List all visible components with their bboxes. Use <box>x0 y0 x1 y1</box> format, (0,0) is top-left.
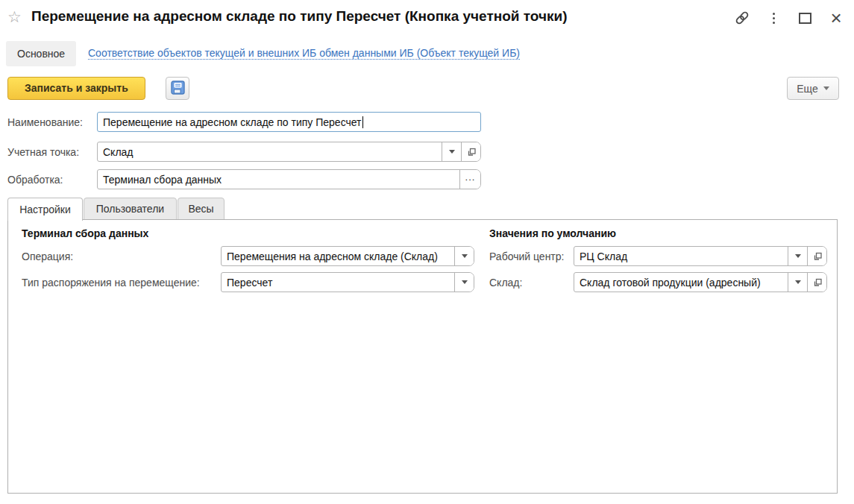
processing-input[interactable]: Терминал сбора данных ... <box>97 169 481 189</box>
more-actions-button[interactable]: Еще <box>787 77 839 100</box>
operation-combo[interactable]: Перемещения на адресном складе (Склад) <box>221 246 474 266</box>
window-controls: × <box>733 9 845 27</box>
name-input[interactable]: Перемещение на адресном складе по типу П… <box>97 112 481 132</box>
warehouse-open-button[interactable] <box>807 273 826 292</box>
accounting-point-dropdown-button[interactable] <box>442 142 461 161</box>
defaults-section-header: Значения по умолчанию <box>489 227 616 239</box>
processing-label: Обработка: <box>7 174 63 186</box>
ellipsis-icon: ... <box>465 174 476 186</box>
tab-settings-label: Настройки <box>19 204 71 215</box>
warehouse-dropdown-button[interactable] <box>788 273 807 292</box>
operation-label: Операция: <box>22 251 73 262</box>
more-menu-icon[interactable] <box>764 9 782 27</box>
accounting-point-label: Учетная точка: <box>7 146 79 158</box>
settings-panel: Терминал сбора данных Операция: Перемеще… <box>7 219 838 494</box>
dropdown-arrow-icon <box>795 280 801 284</box>
tab-scales-label: Весы <box>188 203 213 215</box>
dropdown-arrow-icon <box>462 280 468 284</box>
nav-tab-main[interactable]: Основное <box>6 41 76 66</box>
nav-link-object-mapping[interactable]: Соответствие объектов текущей и внешних … <box>88 47 520 60</box>
text-caret <box>362 116 363 128</box>
open-form-icon <box>812 251 823 262</box>
floppy-disk-icon <box>171 81 185 97</box>
get-link-icon[interactable] <box>733 9 751 27</box>
tab-users-label: Пользователи <box>96 203 164 215</box>
work-center-dropdown-button[interactable] <box>788 247 807 265</box>
order-type-dropdown-button[interactable] <box>454 273 474 292</box>
favorite-star-icon[interactable]: ☆ <box>7 8 22 26</box>
work-center-label: Рабочий центр: <box>489 251 564 262</box>
warehouse-value[interactable]: Склад готовой продукции (адресный) <box>574 273 788 292</box>
name-input-value: Перемещение на адресном складе по типу П… <box>103 116 362 128</box>
warehouse-label: Склад: <box>489 277 522 289</box>
more-actions-label: Еще <box>797 83 818 95</box>
operation-dropdown-button[interactable] <box>454 247 474 265</box>
order-type-combo[interactable]: Пересчет <box>221 272 474 292</box>
save-and-close-button[interactable]: Записать и закрыть <box>7 77 145 100</box>
dropdown-arrow-icon <box>795 254 801 258</box>
tab-users[interactable]: Пользователи <box>84 198 177 220</box>
warehouse-combo[interactable]: Склад готовой продукции (адресный) <box>574 272 827 292</box>
open-form-icon <box>812 277 823 288</box>
open-form-icon <box>466 147 477 157</box>
operation-value[interactable]: Перемещения на адресном складе (Склад) <box>222 247 454 265</box>
form-window: ☆ Перемещение на адресном складе по типу… <box>0 0 854 504</box>
terminal-section-header: Терминал сбора данных <box>22 227 148 239</box>
accounting-point-combo[interactable]: Склад <box>97 142 481 162</box>
name-field-label: Наименование: <box>7 116 83 128</box>
work-center-value[interactable]: РЦ Склад <box>574 247 788 265</box>
work-center-combo[interactable]: РЦ Склад <box>574 246 827 266</box>
dropdown-arrow-icon <box>449 150 455 154</box>
chevron-down-icon <box>823 86 829 90</box>
close-icon[interactable]: × <box>827 9 845 27</box>
order-type-label: Тип распоряжения на перемещение: <box>22 277 200 289</box>
dropdown-arrow-icon <box>462 254 468 258</box>
maximize-icon[interactable] <box>796 9 814 27</box>
save-button[interactable] <box>166 77 189 100</box>
tab-scales[interactable]: Весы <box>178 198 225 220</box>
accounting-point-open-button[interactable] <box>461 142 480 161</box>
order-type-value[interactable]: Пересчет <box>222 273 454 292</box>
processing-choose-button[interactable]: ... <box>459 170 480 189</box>
window-title: Перемещение на адресном складе по типу П… <box>31 8 567 25</box>
accounting-point-value[interactable]: Склад <box>98 142 442 161</box>
tab-settings[interactable]: Настройки <box>7 198 83 221</box>
processing-value[interactable]: Терминал сбора данных <box>98 170 459 189</box>
work-center-open-button[interactable] <box>807 247 826 265</box>
